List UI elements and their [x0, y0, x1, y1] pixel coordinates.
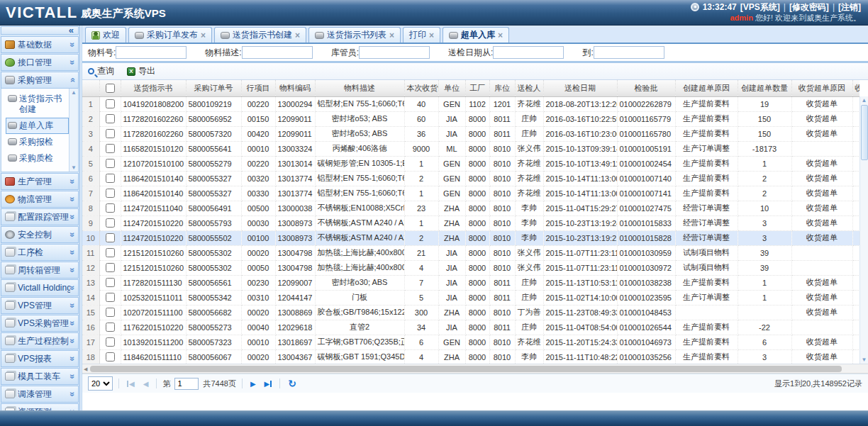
table-row[interactable]: 181184620151111058000560670002013004367碳… [82, 349, 859, 364]
row-checkbox[interactable] [106, 114, 115, 123]
row-checkbox-cell[interactable] [99, 96, 121, 111]
col-header[interactable]: 单位 [438, 80, 465, 96]
col-header[interactable]: 创建超单数量 [738, 80, 791, 96]
table-row[interactable]: 31172820160226058000573200042012099011密封… [82, 126, 859, 141]
sidebar-item-purchase-mgmt[interactable]: 采购管理» [1, 72, 79, 89]
submenu-item-purchase-quality[interactable]: 采购质检 [6, 150, 69, 167]
col-header[interactable]: 收货超单数量 [852, 80, 859, 96]
row-checkbox[interactable] [106, 203, 115, 213]
table-row[interactable]: 101124720151022058000555020010013008973不… [82, 230, 859, 245]
change-password-link[interactable]: [修改密码] [789, 2, 829, 13]
row-checkbox-cell[interactable] [99, 335, 121, 349]
prev-page-button[interactable]: ◀ [141, 380, 151, 388]
col-header[interactable]: 检验批 [617, 80, 675, 96]
table-row[interactable]: 141025320151101158000553420031012044147门… [82, 290, 859, 305]
page-size-select[interactable]: 20 [88, 376, 113, 391]
filter-input-inspect-date-to[interactable] [594, 46, 664, 59]
table-row[interactable]: 161176220151022058000552730004012029618直… [82, 320, 859, 335]
row-checkbox[interactable] [106, 263, 115, 272]
last-page-button[interactable]: ▶ [262, 380, 274, 388]
sidebar-item-turnover-box[interactable]: 周转箱管理» [1, 262, 79, 279]
row-checkbox[interactable] [106, 352, 115, 361]
row-checkbox-cell[interactable] [99, 111, 121, 126]
row-checkbox-cell[interactable] [99, 260, 121, 275]
row-checkbox-cell[interactable] [99, 275, 121, 290]
table-row[interactable]: 121215120151026058000553020005013004798加… [82, 260, 859, 275]
col-header[interactable]: 物料编码 [275, 80, 315, 96]
sidebar-item-base-data[interactable]: 基础数据» [1, 36, 79, 53]
scroll-left-icon[interactable]: ◀ [82, 366, 89, 372]
collapse-sidebar-icon[interactable]: « [69, 27, 74, 34]
col-header[interactable]: 创建超单原因 [675, 80, 738, 96]
tab-print[interactable]: 打印× [403, 27, 440, 43]
row-checkbox-cell[interactable] [99, 305, 121, 320]
row-checkbox[interactable] [106, 308, 115, 317]
submenu-item-delivery-note-create[interactable]: 送货指示书创建 [6, 91, 69, 118]
row-checkbox-cell[interactable] [99, 320, 121, 335]
sidebar-item-logistics-mgmt[interactable]: 物流管理» [1, 191, 79, 208]
table-row[interactable]: 81124720151104058000564910050013000038不锈… [82, 201, 859, 215]
row-checkbox[interactable] [106, 129, 115, 138]
sidebar-item-interface-mgmt[interactable]: 接口管理» [1, 54, 79, 71]
row-checkbox[interactable] [106, 323, 115, 332]
vertical-scroll-thumb[interactable] [861, 105, 868, 160]
table-row[interactable]: 151020720151110058000566820002013008869胶… [82, 305, 859, 320]
col-header[interactable]: 工厂 [465, 80, 489, 96]
row-checkbox-cell[interactable] [99, 141, 121, 156]
row-checkbox[interactable] [106, 189, 115, 198]
row-checkbox-cell[interactable] [99, 230, 121, 245]
table-row[interactable]: 11041920180820058001092190022013000294铝型… [82, 96, 859, 111]
horizontal-scroll-thumb[interactable] [90, 366, 842, 372]
sidebar-item-config-tracking[interactable]: 配置跟踪管理» [1, 208, 79, 225]
row-checkbox-cell[interactable] [99, 156, 121, 171]
close-icon[interactable]: × [429, 32, 434, 39]
sidebar-item-process-control[interactable]: 生产过程控制» [1, 332, 79, 349]
row-checkbox[interactable] [106, 218, 115, 228]
tab-delivery-note-list[interactable]: 送货指示书列表× [308, 27, 401, 43]
row-checkbox[interactable] [106, 248, 115, 257]
row-checkbox-cell[interactable] [99, 290, 121, 305]
submenu-item-purchase-inspection[interactable]: 采购报检 [6, 134, 69, 150]
sidebar-item-victall-holding[interactable]: Victall Holding» [1, 279, 79, 296]
sidebar-item-vps-mgmt[interactable]: VPS管理» [1, 297, 79, 314]
table-row[interactable]: 51210720151010058000552790022013013014碳钢… [82, 156, 859, 171]
row-checkbox-cell[interactable] [99, 245, 121, 260]
sidebar-item-mold-tooling[interactable]: 模具工装车» [1, 368, 79, 385]
col-header[interactable]: 本次收货数 [404, 80, 438, 96]
page-input[interactable] [174, 378, 199, 390]
tab-po-publish[interactable]: 采购订单发布× [128, 27, 212, 43]
query-button[interactable]: 查询 [88, 65, 114, 77]
submenu-scrollbar[interactable]: ▲▼ [69, 89, 78, 172]
export-button[interactable]: X导出 [127, 65, 155, 77]
submenu-item-over-order-inbound[interactable]: 超单入库 [6, 118, 69, 134]
row-checkbox[interactable] [106, 233, 115, 242]
filter-input-material-no[interactable] [116, 46, 187, 59]
filter-input-inspect-date-from[interactable] [493, 46, 564, 59]
col-header[interactable]: 收货超单原因 [791, 80, 852, 96]
col-header[interactable]: 库位 [489, 80, 515, 96]
row-checkbox[interactable] [106, 337, 115, 347]
refresh-button[interactable]: ↻ [286, 378, 299, 389]
table-row[interactable]: 131172820151113058000565610023012099007密… [82, 275, 859, 290]
close-icon[interactable]: × [295, 32, 300, 39]
sidebar-item-vps-report[interactable]: VPS报表» [1, 350, 79, 367]
sidebar-item-vps-purchase[interactable]: VPS采购管理» [1, 315, 79, 332]
col-header[interactable]: 物料描述 [315, 80, 404, 96]
scroll-down-icon[interactable]: ▼ [862, 356, 867, 364]
row-checkbox-cell[interactable] [99, 171, 121, 186]
sidebar-item-paint-mgmt[interactable]: 调漆管理» [1, 386, 79, 403]
scroll-down-icon[interactable]: ▼ [71, 164, 77, 171]
row-checkbox[interactable] [106, 99, 115, 108]
col-header[interactable]: 送检人 [515, 80, 543, 96]
tab-over-order-inbound[interactable]: 超单入库× [443, 27, 509, 43]
horizontal-scrollbar[interactable]: ◀ [82, 364, 868, 374]
select-all-checkbox[interactable] [106, 84, 115, 93]
row-checkbox[interactable] [106, 174, 115, 183]
filter-input-material-desc[interactable] [242, 46, 313, 59]
close-icon[interactable]: × [201, 32, 206, 39]
row-checkbox-cell[interactable] [99, 126, 121, 141]
logout-link[interactable]: [注销] [838, 2, 861, 13]
table-row[interactable]: 41165820151012058000556410001013003324丙烯… [82, 141, 859, 156]
col-header[interactable]: 采购订单号 [186, 80, 241, 96]
row-checkbox[interactable] [106, 144, 115, 153]
